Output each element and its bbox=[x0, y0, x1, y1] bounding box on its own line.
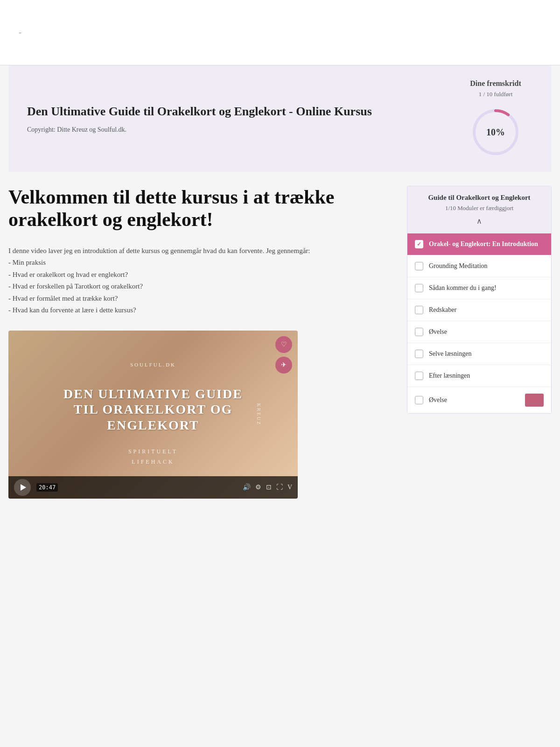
play-icon bbox=[21, 484, 26, 491]
module-item-2[interactable]: Sådan kommer du i gang! bbox=[407, 277, 551, 299]
progress-subtitle: 1 / 10 fuldført bbox=[458, 91, 533, 98]
module-checkbox-6 bbox=[415, 372, 423, 380]
module-checkbox-5 bbox=[415, 350, 423, 358]
module-item-1[interactable]: Grounding Meditation bbox=[407, 255, 551, 277]
module-item-4[interactable]: Øvelse bbox=[407, 321, 551, 343]
module-box: Guide til Orakelkort og Englekort 1/10 M… bbox=[407, 186, 552, 414]
play-button[interactable] bbox=[14, 479, 31, 496]
video-main-title: DEN ULTIMATIVE GUIDETIL ORAKELKORT OGENG… bbox=[63, 386, 243, 433]
top-bar-dash: - bbox=[19, 28, 21, 37]
module-item-5[interactable]: Selve læsningen bbox=[407, 343, 551, 365]
video-thumbnail: SOULFUL.DK DEN ULTIMATIVE GUIDETIL ORAKE… bbox=[8, 331, 298, 499]
module-header-title: Guide til Orakelkort og Englekort bbox=[417, 194, 542, 202]
video-sub: SPIRITUELTLIFEHACK bbox=[63, 447, 243, 467]
module-header: Guide til Orakelkort og Englekort 1/10 M… bbox=[407, 186, 551, 233]
module-item-7[interactable]: Øvelse bbox=[407, 387, 551, 413]
course-title: Den Ultimative Guide til Orakelkort og E… bbox=[27, 104, 458, 120]
progress-block: Dine fremskridt 1 / 10 fuldført 10% bbox=[458, 79, 533, 158]
course-copyright: Copyright: Ditte Kreuz og Soulful.dk. bbox=[27, 126, 458, 134]
module-label-2: Sådan kommer du i gang! bbox=[429, 284, 497, 292]
module-item-6[interactable]: Efter læsningen bbox=[407, 365, 551, 387]
settings-icon[interactable]: ⚙ bbox=[255, 483, 261, 491]
module-checkbox-4 bbox=[415, 328, 423, 336]
module-label-4: Øvelse bbox=[429, 328, 447, 336]
module-label-0: Orakel- og Englekort: En Introduktion bbox=[429, 240, 538, 248]
video-action-buttons: ♡ ✈ bbox=[275, 336, 292, 374]
pip-icon[interactable]: ⊡ bbox=[266, 483, 272, 491]
module-label-7: Øvelse bbox=[429, 396, 447, 404]
progress-circle: 10% bbox=[470, 106, 521, 158]
module-label-1: Grounding Meditation bbox=[429, 262, 488, 270]
progress-title: Dine fremskridt bbox=[458, 79, 533, 88]
module-checkbox-3 bbox=[415, 306, 423, 314]
volume-icon[interactable]: 🔊 bbox=[243, 483, 251, 491]
intro-text: I denne video laver jeg en introduktion … bbox=[8, 245, 388, 317]
video-brand: SOULFUL.DK bbox=[63, 362, 243, 367]
top-bar: - bbox=[0, 0, 560, 65]
module-checkbox-0 bbox=[415, 240, 423, 248]
video-timestamp: 20:47 bbox=[36, 483, 58, 492]
module-label-6: Efter læsningen bbox=[429, 372, 470, 380]
video-overlay: SOULFUL.DK DEN ULTIMATIVE GUIDETIL ORAKE… bbox=[54, 352, 252, 477]
module-chevron-icon[interactable]: ∧ bbox=[417, 217, 542, 226]
fullscreen-icon[interactable]: ⛶ bbox=[276, 484, 283, 491]
like-button[interactable]: ♡ bbox=[275, 336, 292, 353]
progress-pct-text: 10% bbox=[486, 127, 505, 138]
module-checkbox-2 bbox=[415, 284, 423, 292]
welcome-heading: Velkommen til dette kursus i at trække o… bbox=[8, 186, 388, 231]
module-item-0[interactable]: Orakel- og Englekort: En Introduktion bbox=[407, 233, 551, 255]
module-checkbox-7 bbox=[415, 396, 423, 404]
module-thumb-7 bbox=[525, 394, 544, 407]
main-content: Velkommen til dette kursus i at trække o… bbox=[8, 186, 552, 499]
video-controls: 20:47 🔊 ⚙ ⊡ ⛶ V bbox=[8, 476, 298, 499]
share-button[interactable]: ✈ bbox=[275, 357, 292, 374]
video-side-text: KREUZ bbox=[256, 403, 261, 425]
module-item-3[interactable]: Redskaber bbox=[407, 299, 551, 321]
vimeo-icon[interactable]: V bbox=[287, 484, 292, 491]
video-controls-right: 🔊 ⚙ ⊡ ⛶ V bbox=[243, 483, 292, 491]
course-title-block: Den Ultimative Guide til Orakelkort og E… bbox=[27, 104, 458, 134]
module-label-5: Selve læsningen bbox=[429, 350, 471, 358]
course-header: Den Ultimative Guide til Orakelkort og E… bbox=[8, 65, 552, 172]
module-header-count: 1/10 Moduler er færdiggjort bbox=[417, 204, 542, 212]
module-label-3: Redskaber bbox=[429, 306, 456, 314]
left-panel: Velkommen til dette kursus i at trække o… bbox=[8, 186, 407, 499]
module-checkbox-1 bbox=[415, 262, 423, 270]
right-panel: Guide til Orakelkort og Englekort 1/10 M… bbox=[407, 186, 552, 414]
